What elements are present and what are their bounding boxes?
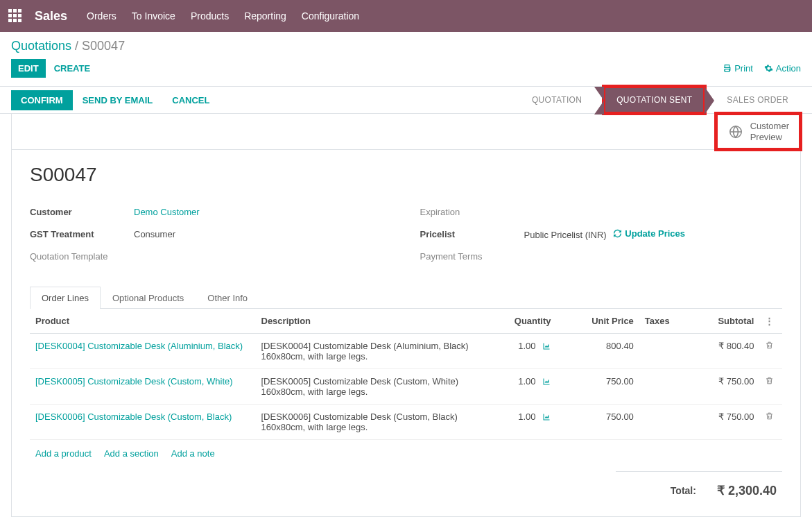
line-description: [DESK0005] Customizable Desk (Custom, Wh… (256, 369, 482, 405)
line-description: [DESK0006] Customizable Desk (Custom, Bl… (256, 405, 482, 440)
product-link[interactable]: [DESK0004] Customizable Desk (Aluminium,… (35, 341, 243, 351)
status-quotation-sent[interactable]: QUOTATION SENT (604, 87, 705, 113)
print-icon (723, 64, 732, 73)
line-subtotal: ₹ 750.00 (677, 405, 759, 440)
forecast-icon[interactable] (542, 342, 551, 350)
line-unit-price: 800.40 (557, 334, 639, 369)
line-taxes (639, 334, 677, 369)
nav-configuration[interactable]: Configuration (300, 8, 361, 24)
line-taxes (639, 369, 677, 405)
app-name[interactable]: Sales (35, 9, 67, 24)
col-taxes: Taxes (639, 309, 677, 334)
nav-orders[interactable]: Orders (85, 8, 118, 24)
table-row[interactable]: [DESK0004] Customizable Desk (Aluminium,… (30, 334, 782, 369)
pricelist-label: Pricelist (420, 229, 524, 239)
line-subtotal: ₹ 800.40 (677, 334, 759, 369)
expiration-label: Expiration (420, 207, 524, 217)
col-description: Description (256, 309, 482, 334)
table-row[interactable]: [DESK0006] Customizable Desk (Custom, Bl… (30, 405, 782, 440)
line-qty: 1.00 (518, 376, 535, 387)
svg-rect-0 (725, 69, 729, 72)
total-label: Total: (671, 485, 696, 496)
col-unit-price: Unit Price (557, 309, 639, 334)
status-quotation[interactable]: QUOTATION (519, 87, 594, 113)
add-product-link[interactable]: Add a product (35, 448, 92, 459)
customer-preview-button[interactable]: Customer Preview (716, 114, 800, 149)
top-nav: Sales Orders To Invoice Products Reporti… (0, 0, 812, 32)
line-unit-price: 750.00 (557, 369, 639, 405)
pricelist-value: Public Pricelist (INR) (524, 230, 607, 240)
send-by-email-button[interactable]: SEND BY EMAIL (73, 90, 163, 110)
apps-icon[interactable] (8, 9, 22, 23)
delete-line-icon[interactable] (765, 341, 777, 350)
col-subtotal: Subtotal (677, 309, 759, 334)
product-link[interactable]: [DESK0006] Customizable Desk (Custom, Bl… (35, 412, 232, 422)
gst-value: Consumer (134, 229, 175, 239)
template-label: Quotation Template (30, 251, 134, 262)
refresh-icon (613, 229, 622, 238)
col-product: Product (30, 309, 256, 334)
breadcrumb-root[interactable]: Quotations (11, 39, 71, 53)
tab-order-lines[interactable]: Order Lines (30, 287, 101, 309)
product-link[interactable]: [DESK0005] Customizable Desk (Custom, Wh… (35, 376, 233, 387)
record-title: S00047 (30, 164, 782, 186)
line-description: [DESK0004] Customizable Desk (Aluminium,… (256, 334, 482, 369)
line-subtotal: ₹ 750.00 (677, 369, 759, 405)
breadcrumb-leaf: S00047 (82, 39, 125, 53)
column-options-icon[interactable]: ⋮ (765, 316, 774, 326)
globe-icon (728, 124, 743, 139)
delete-line-icon[interactable] (765, 376, 777, 385)
nav-reporting[interactable]: Reporting (243, 8, 288, 24)
payment-terms-label: Payment Terms (420, 251, 524, 262)
gst-label: GST Treatment (30, 229, 134, 239)
forecast-icon[interactable] (542, 377, 551, 386)
confirm-button[interactable]: CONFIRM (11, 90, 73, 110)
update-prices-button[interactable]: Update Prices (613, 228, 685, 239)
add-section-link[interactable]: Add a section (104, 448, 159, 459)
nav-products[interactable]: Products (189, 8, 230, 24)
status-sales-order[interactable]: SALES ORDER (714, 87, 801, 113)
create-button[interactable]: CREATE (46, 59, 98, 78)
print-button[interactable]: Print (723, 63, 753, 74)
tab-other-info[interactable]: Other Info (196, 287, 259, 309)
delete-line-icon[interactable] (765, 412, 777, 421)
cancel-button[interactable]: CANCEL (162, 90, 219, 110)
forecast-icon[interactable] (542, 413, 551, 421)
breadcrumb: Quotations / S00047 (11, 39, 801, 53)
action-button[interactable]: Action (764, 63, 801, 74)
table-row[interactable]: [DESK0005] Customizable Desk (Custom, Wh… (30, 369, 782, 405)
customer-preview-line1: Customer (750, 121, 789, 131)
tab-optional-products[interactable]: Optional Products (101, 287, 196, 309)
col-quantity: Quantity (481, 309, 557, 334)
nav-to-invoice[interactable]: To Invoice (130, 8, 177, 24)
customer-link[interactable]: Demo Customer (134, 207, 200, 217)
customer-label: Customer (30, 207, 134, 217)
gear-icon (764, 64, 773, 73)
line-qty: 1.00 (518, 341, 535, 351)
line-unit-price: 750.00 (557, 405, 639, 440)
line-taxes (639, 405, 677, 440)
edit-button[interactable]: EDIT (11, 59, 46, 78)
total-amount: ₹ 2,300.40 (717, 483, 777, 498)
line-qty: 1.00 (518, 412, 535, 422)
customer-preview-line2: Preview (750, 132, 782, 142)
add-note-link[interactable]: Add a note (171, 448, 215, 459)
